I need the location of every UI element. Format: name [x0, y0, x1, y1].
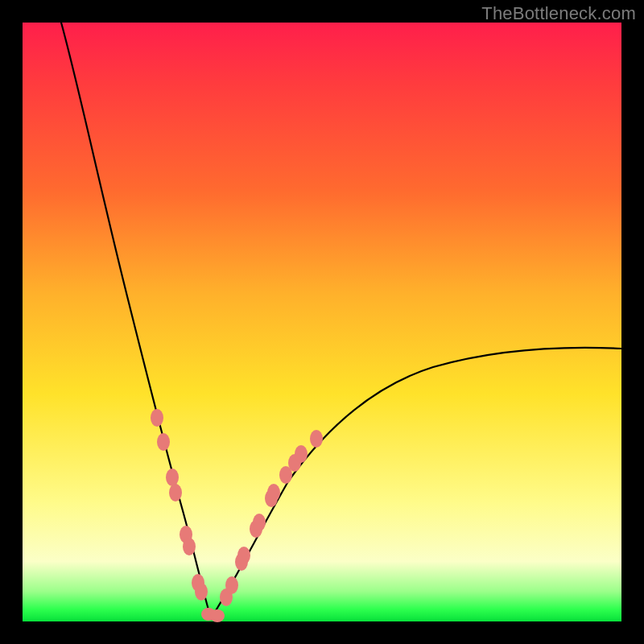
marker-point — [295, 445, 308, 463]
marker-point — [195, 583, 208, 601]
marker-point — [267, 484, 280, 502]
marker-point — [225, 576, 238, 594]
marker-point — [166, 469, 179, 486]
marker-point — [183, 538, 196, 555]
marker-point — [151, 409, 163, 427]
marker-point — [210, 609, 225, 622]
marker-point — [310, 430, 323, 448]
bottleneck-curve-right — [211, 348, 621, 618]
marker-point — [237, 547, 250, 564]
marker-group — [151, 409, 323, 622]
marker-point — [157, 433, 170, 451]
marker-point — [169, 484, 182, 502]
watermark-text: TheBottleneck.com — [481, 3, 636, 24]
marker-point — [253, 514, 266, 531]
curve-layer — [23, 23, 621, 621]
plot-area — [23, 23, 621, 621]
chart-frame: TheBottleneck.com — [0, 0, 644, 644]
